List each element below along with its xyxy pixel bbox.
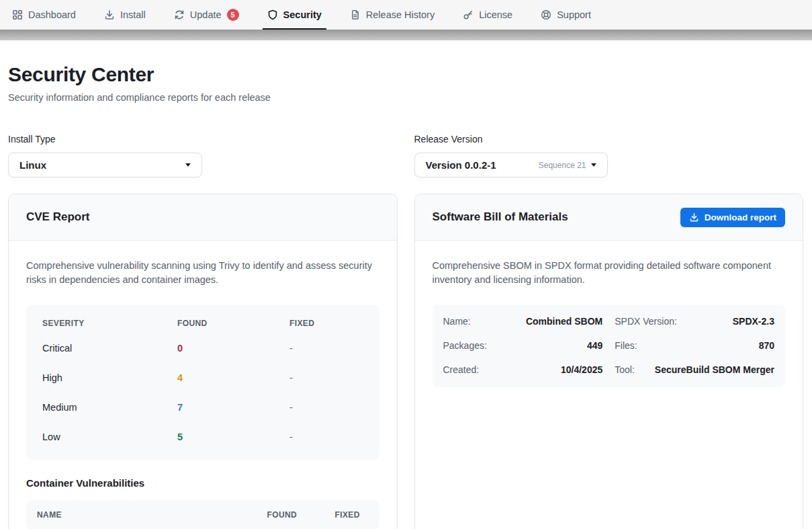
nav-label: Release History <box>366 9 435 20</box>
nav-label: Install <box>120 9 146 20</box>
refresh-icon <box>174 9 185 20</box>
detail-value: SecureBuild SBOM Merger <box>655 364 774 375</box>
nav-item-update[interactable]: Update 5 <box>174 0 239 30</box>
found-col-header: Found <box>177 319 289 328</box>
sbom-title: Software Bill of Materials <box>433 210 568 224</box>
cve-report-card-header: CVE Report <box>9 194 397 241</box>
lifebuoy-icon <box>541 9 551 20</box>
detail-label: Tool: <box>615 364 635 375</box>
sbom-card: Software Bill of Materials Download repo… <box>414 194 804 529</box>
page-subtitle: Security information and compliance repo… <box>8 92 803 103</box>
severity-label: High <box>42 372 177 383</box>
detail-tool: Tool: SecureBuild SBOM Merger <box>615 358 774 382</box>
nav-item-license[interactable]: License <box>463 0 512 30</box>
table-row-high: High 4 - <box>42 363 363 393</box>
download-report-button[interactable]: Download report <box>680 208 785 227</box>
filters-row: Install Type Linux Release Version Versi… <box>8 134 803 177</box>
detail-name: Name: Combined SBOM <box>443 309 603 333</box>
top-navigation: Dashboard Install Update 5 Security Rele… <box>0 0 812 30</box>
fixed-count: - <box>289 343 363 354</box>
detail-label: SPDX Version: <box>615 316 677 327</box>
detail-files: Files: 870 <box>615 333 774 358</box>
nav-label: License <box>479 9 512 20</box>
chevron-down-icon <box>185 163 191 167</box>
fixed-count: - <box>289 432 363 442</box>
found-count: 7 <box>177 402 289 413</box>
detail-label: Packages: <box>443 340 487 351</box>
sbom-details-panel: Name: Combined SBOM SPDX Version: SPDX-2… <box>433 305 786 387</box>
nav-label: Support <box>557 9 591 20</box>
found-col-header: Found <box>267 510 318 520</box>
sequence-hint: Sequence 21 <box>539 161 586 170</box>
main-content: Security Center Security information and… <box>0 63 812 529</box>
dashboard-icon <box>12 9 23 20</box>
cve-report-card: CVE Report Comprehensive vulnerability s… <box>8 194 398 529</box>
release-version-field: Release Version Version 0.0.2-1 Sequence… <box>414 134 804 177</box>
found-count: 5 <box>177 432 289 442</box>
sbom-description: Comprehensive SBOM in SPDX format provid… <box>433 259 786 288</box>
install-type-field: Install Type Linux <box>8 134 398 177</box>
fixed-count: - <box>289 372 363 383</box>
table-row-medium: Medium 7 - <box>42 393 363 422</box>
severity-label: Medium <box>42 402 177 413</box>
detail-value: Combined SBOM <box>526 316 602 327</box>
fixed-col-header: Fixed <box>289 319 363 328</box>
detail-created: Created: 10/4/2025 <box>443 358 603 382</box>
install-type-value: Linux <box>19 159 46 171</box>
release-version-select[interactable]: Version 0.0.2-1 Sequence 21 <box>414 153 608 177</box>
update-count-badge: 5 <box>227 9 239 21</box>
download-icon <box>104 9 115 20</box>
detail-label: Files: <box>615 340 637 351</box>
sbom-body: Comprehensive SBOM in SPDX format provid… <box>415 241 803 405</box>
nav-label: Security <box>283 9 322 20</box>
detail-spdx-version: SPDX Version: SPDX-2.3 <box>615 309 774 333</box>
report-cards: CVE Report Comprehensive vulnerability s… <box>8 194 803 529</box>
detail-value: 449 <box>587 340 602 351</box>
cve-report-body: Comprehensive vulnerability scanning usi… <box>9 241 397 529</box>
nav-item-install[interactable]: Install <box>104 0 146 30</box>
release-version-label: Release Version <box>414 134 804 145</box>
nav-label: Update <box>190 9 222 20</box>
download-icon <box>689 212 699 222</box>
install-type-select[interactable]: Linux <box>8 153 202 177</box>
name-col-header: Name <box>37 510 250 520</box>
severity-label: Low <box>42 432 177 442</box>
nav-shadow-divider <box>0 30 812 40</box>
cve-report-description: Comprehensive vulnerability scanning usi… <box>26 259 379 288</box>
shield-icon <box>267 9 278 20</box>
nav-label: Dashboard <box>28 9 76 20</box>
detail-label: Name: <box>443 316 471 327</box>
detail-packages: Packages: 449 <box>443 333 603 358</box>
fixed-col-header: Fixed <box>335 510 369 520</box>
key-icon <box>463 9 473 20</box>
severity-table: Severity Found Fixed Critical 0 - High 4… <box>26 305 379 460</box>
chevron-down-icon <box>591 163 596 167</box>
found-count: 0 <box>177 343 289 354</box>
document-icon <box>350 9 361 20</box>
sbom-card-header: Software Bill of Materials Download repo… <box>415 194 803 241</box>
container-vulnerabilities-title: Container Vulnerabilities <box>26 477 379 489</box>
fixed-count: - <box>289 402 363 413</box>
nav-item-dashboard[interactable]: Dashboard <box>12 0 76 30</box>
found-count: 4 <box>177 372 289 383</box>
detail-value: SPDX-2.3 <box>733 316 774 327</box>
detail-value: 10/4/2025 <box>561 364 602 375</box>
release-version-value: Version 0.0.2-1 <box>426 159 496 171</box>
severity-col-header: Severity <box>42 319 177 328</box>
nav-item-support[interactable]: Support <box>541 0 591 30</box>
install-type-label: Install Type <box>8 134 398 145</box>
container-vulnerabilities-table-header: Name Found Fixed <box>26 500 379 529</box>
table-row-low: Low 5 - <box>42 422 363 452</box>
detail-value: 870 <box>759 340 774 351</box>
severity-table-header: Severity Found Fixed <box>42 319 363 328</box>
cve-report-title: CVE Report <box>26 210 89 224</box>
table-row-critical: Critical 0 - <box>42 333 363 363</box>
nav-item-release-history[interactable]: Release History <box>350 0 435 30</box>
nav-item-security[interactable]: Security <box>267 0 322 30</box>
page-title: Security Center <box>8 63 803 86</box>
download-report-label: Download report <box>705 212 776 222</box>
detail-label: Created: <box>443 364 480 375</box>
severity-label: Critical <box>42 343 177 354</box>
